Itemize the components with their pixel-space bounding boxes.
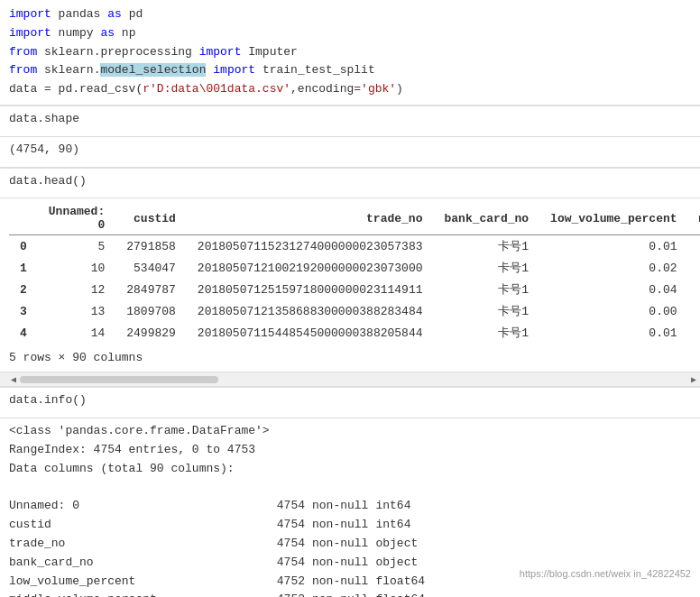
info-row-trade-no: trade_no 4754 non-null object xyxy=(9,535,691,554)
info-call-block: data.info() xyxy=(0,388,700,418)
col-unnamed: Unnamed:0 xyxy=(38,202,115,235)
table-row: 3 13 1809708 201805071213586883000003882… xyxy=(9,300,700,322)
table-row: 4 14 2499829 201805071154485450000003882… xyxy=(9,322,700,344)
col-low-vol: low_volume_percent xyxy=(539,202,687,235)
row-index: 3 xyxy=(9,300,38,322)
head-call-block: data.head() xyxy=(0,169,700,199)
info-line-cols: Data columns (total 90 columns): xyxy=(9,460,691,479)
row-index: 4 xyxy=(9,322,38,344)
table-row: 0 5 2791858 2018050711523127400000002305… xyxy=(9,235,700,258)
info-line-blank xyxy=(9,479,691,498)
table-row: 1 10 534047 2018050712100219200000002307… xyxy=(9,257,700,279)
head-call: data.head() xyxy=(9,172,691,191)
row-index: 0 xyxy=(9,235,38,258)
code-line-2: import numpy as np xyxy=(9,24,691,43)
col-index xyxy=(9,202,38,235)
horizontal-scrollbar[interactable]: ◀ ▶ xyxy=(0,372,700,387)
col-custid: custid xyxy=(115,202,187,235)
info-line-range: RangeIndex: 4754 entries, 0 to 4753 xyxy=(9,441,691,460)
info-line-class: <class 'pandas.core.frame.DataFrame'> xyxy=(9,422,691,441)
highlight-model-selection: model_selection xyxy=(100,63,206,77)
shape-call: data.shape xyxy=(9,110,691,129)
info-row-custid: custid 4754 non-null int64 xyxy=(9,516,691,535)
shape-result-block: (4754, 90) xyxy=(0,137,700,168)
code-line-4: from sklearn.model_selection import trai… xyxy=(9,61,691,80)
code-line-3: from sklearn.preprocessing import Impute… xyxy=(9,43,691,62)
row-index: 1 xyxy=(9,257,38,279)
scrollbar-track[interactable] xyxy=(20,376,218,383)
col-bank-card: bank_card_no xyxy=(433,202,539,235)
keyword-import: import xyxy=(9,7,51,21)
scroll-right-arrow[interactable]: ▶ xyxy=(691,374,696,385)
head-table: Unnamed:0 custid trade_no bank_card_no l… xyxy=(9,202,700,344)
info-row-unnamed: Unnamed: 0 4754 non-null int64 xyxy=(9,497,691,516)
code-line-5: data = pd.read_csv(r'D:data\001data.csv'… xyxy=(9,80,691,99)
col-mid-vol: middle_volume_percent xyxy=(688,202,700,235)
table-row: 2 12 2849787 201805071251597180000000231… xyxy=(9,279,700,300)
row-index: 2 xyxy=(9,279,38,300)
watermark: https://blog.csdn.net/weix in_42822452 xyxy=(520,568,691,579)
scroll-left-arrow[interactable]: ◀ xyxy=(11,374,16,385)
col-trade-no: trade_no xyxy=(187,202,434,235)
info-call: data.info() xyxy=(9,391,691,410)
shape-result: (4754, 90) xyxy=(9,141,691,160)
code-cell-1: import pandas as pd import numpy as np f… xyxy=(0,0,700,106)
code-line-1: import pandas as pd xyxy=(9,5,691,24)
shape-call-block: data.shape xyxy=(0,106,700,137)
rows-columns-info: 5 rows × 90 columns xyxy=(0,347,700,372)
info-row-mid-vol: middle_volume_percent 4752 non-null floa… xyxy=(9,591,691,597)
dataframe-head: Unnamed:0 custid trade_no bank_card_no l… xyxy=(0,198,700,347)
